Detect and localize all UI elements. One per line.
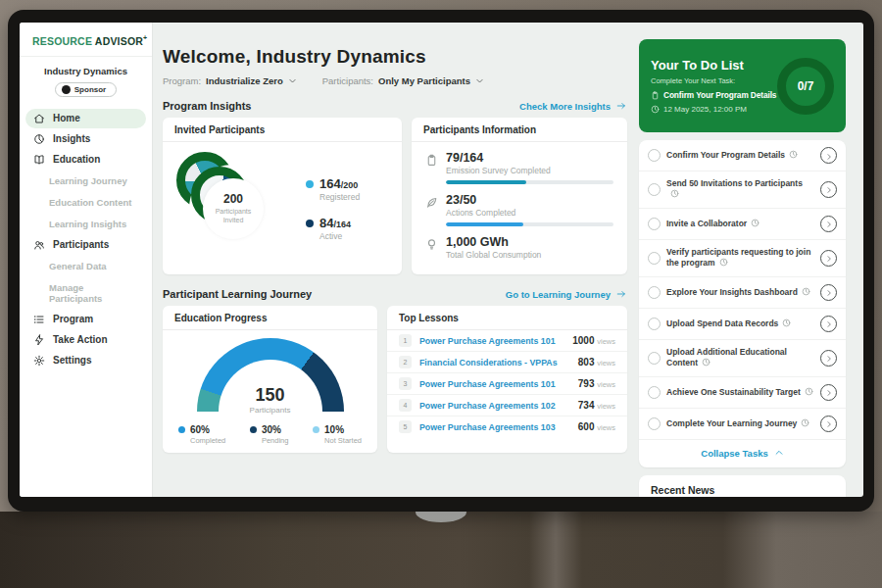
sidebar-item-label: Program [53,314,93,324]
app-logo[interactable]: RESOURCE ADVISOR+ [20,23,152,57]
legend-label: Active [319,231,351,241]
program-filter[interactable]: Program: Industrialize Zero [163,75,297,86]
task-checkbox[interactable] [648,318,661,330]
task-row[interactable]: Send 50 Invitations to Participants [639,172,846,209]
task-go-button[interactable] [820,284,837,301]
stat-value: 79/164 [446,151,613,165]
program-filter-value: Industrialize Zero [206,75,283,86]
check-more-insights-link[interactable]: Check More Insights [519,101,627,112]
task-row[interactable]: Complete Your Learning Journey [639,409,846,440]
sidebar-item-settings[interactable]: Settings [25,351,146,370]
lesson-rank: 4 [399,399,412,412]
people-icon [33,239,45,251]
task-go-button[interactable] [820,316,837,332]
education-progress-gauge: 150 Participants [197,338,344,415]
list-icon [33,314,45,325]
sidebar-item-participants[interactable]: Participants [25,235,146,255]
lesson-rank: 2 [399,356,412,368]
participants-filter-label: Participants: [322,75,373,86]
registered-total: /200 [341,180,359,190]
sidebar-item-take-action[interactable]: Take Action [25,330,146,350]
lesson-rank: 3 [399,377,412,390]
lesson-title[interactable]: Power Purchase Agreements 102 [419,401,570,411]
clock-icon [802,287,810,296]
lesson-row[interactable]: 3 Power Purchase Agreements 101 793 view… [387,373,627,395]
lesson-row[interactable]: 1 Power Purchase Agreements 101 1000 vie… [387,330,627,352]
chevron-right-icon [825,354,833,362]
task-go-button[interactable] [820,216,837,232]
sidebar-item-program[interactable]: Program [25,310,146,329]
legend-pct: 60% [190,424,210,435]
participants-filter[interactable]: Participants: Only My Participants [322,75,484,86]
task-checkbox[interactable] [648,149,661,162]
task-go-button[interactable] [820,181,837,198]
task-row[interactable]: Invite a Collaborator [639,209,846,240]
sidebar-item-general-data[interactable]: General Data [25,256,146,276]
participants-information-card: Participants Information 79/164 Emission… [412,118,627,274]
stat-label: Total Global Consumption [446,250,613,260]
sidebar-item-insights[interactable]: Insights [25,129,146,149]
task-row[interactable]: Upload Spend Data Records [639,309,846,340]
task-go-button[interactable] [820,147,837,164]
gauge-legend: 60% Completed 30% Pending 10% [163,415,377,445]
lesson-row[interactable]: 2 Financial Considerations - VPPAs 803 v… [387,352,627,373]
lesson-title[interactable]: Financial Considerations - VPPAs [419,358,570,368]
task-checkbox[interactable] [648,183,661,196]
lesson-title[interactable]: Power Purchase Agreements 103 [419,422,570,432]
sidebar-item-manage-participants[interactable]: Manage Participants [25,277,146,309]
task-go-button[interactable] [820,384,837,401]
task-checkbox[interactable] [648,386,661,399]
logo-plus: + [143,34,147,41]
sidebar: RESOURCE ADVISOR+ Industry Dynamics Spon… [20,23,153,497]
lesson-views: 803 views [578,357,615,368]
legend-label: Not Started [324,436,362,445]
task-go-button[interactable] [820,250,837,267]
lesson-title[interactable]: Power Purchase Agreements 101 [419,379,570,389]
task-go-button[interactable] [820,416,837,432]
go-to-learning-journey-link[interactable]: Go to Learning Journey [506,289,627,300]
arrow-right-icon [615,289,627,299]
task-label: Upload Additional Educational Content [666,347,814,369]
task-checkbox[interactable] [648,252,661,265]
clipboard-icon [425,154,438,167]
lesson-row[interactable]: 4 Power Purchase Agreements 102 734 view… [387,395,627,416]
collapse-tasks-link[interactable]: Collapse Tasks [639,440,846,467]
learning-cards-row: Education Progress 150 Participants [163,306,629,453]
learning-journey-header: Participant Learning Journey Go to Learn… [163,288,627,300]
stat-value: 23/50 [446,193,613,207]
task-go-button[interactable] [820,350,837,367]
invited-participants-card: Invited Participants 200 ParticipantsInv… [163,118,402,274]
lesson-title[interactable]: Power Purchase Agreements 101 [419,336,564,346]
task-checkbox[interactable] [648,352,661,365]
sidebar-item-label: Participants [53,239,109,250]
task-row[interactable]: Verify participants requesting to join t… [639,240,846,277]
clock-icon [751,219,760,227]
legend-item-not-started: 10% Not Started [313,424,362,445]
task-checkbox[interactable] [648,417,661,430]
task-label: Confirm Your Program Details [666,150,814,161]
recent-news-title: Recent News [651,484,714,496]
sidebar-item-home[interactable]: Home [25,109,146,128]
legend-item-pending: 30% Pending [250,424,289,445]
sidebar-item-learning-insights[interactable]: Learning Insights [25,214,146,234]
progress-track [446,222,613,226]
todo-progress-ring: 0/7 [777,58,834,115]
logo-primary: RESOURCE [32,35,92,47]
card-title: Top Lessons [387,306,627,330]
page-title: Welcome, Industry Dynamics [163,46,629,68]
sponsor-icon [62,85,71,94]
sponsor-badge[interactable]: Sponsor [55,82,117,97]
sidebar-item-education[interactable]: Education [25,150,146,170]
todo-summary-card: Your To Do List Complete Your Next Task:… [639,39,846,132]
sponsor-label: Sponsor [74,85,106,94]
task-row[interactable]: Achieve One Sustainability Target [639,377,846,409]
task-row[interactable]: Confirm Your Program Details [639,140,846,172]
sidebar-item-learning-journey[interactable]: Learning Journey [25,171,146,191]
lesson-row[interactable]: 5 Power Purchase Agreements 103 600 view… [387,416,627,437]
task-row[interactable]: Upload Additional Educational Content [639,340,846,377]
sidebar-item-education-content[interactable]: Education Content [25,192,146,213]
task-row[interactable]: Explore Your Insights Dashboard [639,277,846,309]
task-checkbox[interactable] [648,218,661,230]
lesson-rank: 5 [399,420,412,433]
task-checkbox[interactable] [648,286,661,299]
